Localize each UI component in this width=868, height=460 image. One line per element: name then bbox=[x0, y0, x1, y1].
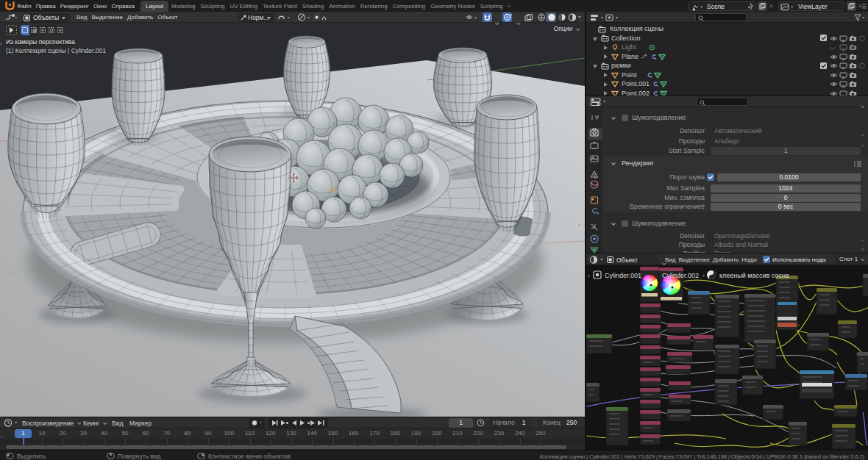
svg-text:›: › bbox=[645, 272, 647, 279]
svg-text:›: › bbox=[588, 272, 590, 279]
svg-text:Cylinder.001: Cylinder.001 bbox=[605, 272, 641, 279]
svg-text:клееный массив сосна: клееный массив сосна bbox=[719, 272, 789, 279]
svg-text:›: › bbox=[702, 272, 705, 279]
svg-text:Cylinder.002: Cylinder.002 bbox=[662, 272, 699, 279]
